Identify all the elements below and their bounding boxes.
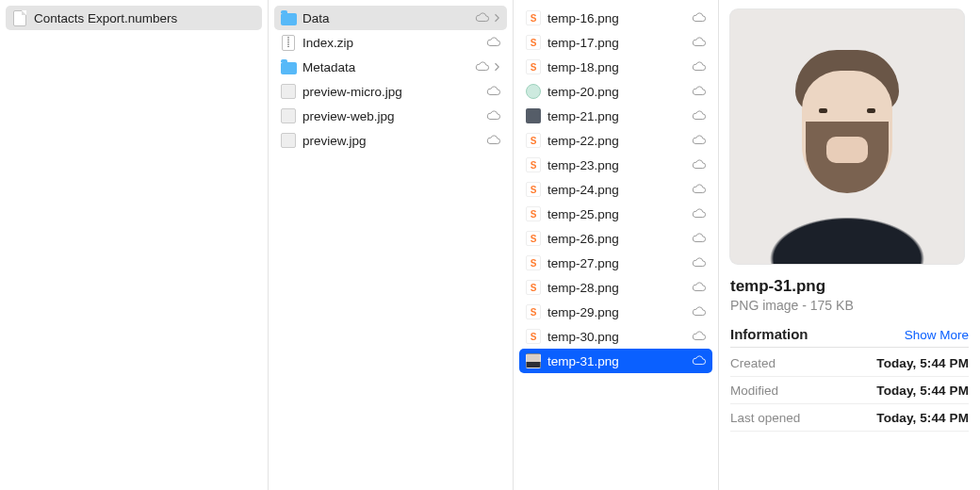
file-name: temp-26.png (547, 232, 690, 246)
info-value: Today, 5:44 PM (876, 356, 969, 370)
file-name: temp-30.png (547, 330, 690, 344)
info-row: Last openedToday, 5:44 PM (730, 404, 969, 432)
file-name: Contacts Export.numbers (34, 11, 256, 25)
file-row[interactable]: Stemp-28.png (519, 275, 712, 300)
file-row[interactable]: Stemp-29.png (519, 300, 712, 324)
file-name: temp-18.png (547, 60, 690, 74)
file-name: Metadata (302, 60, 473, 74)
thumbnail-icon: S (525, 9, 542, 26)
file-name: temp-27.png (547, 256, 690, 270)
cloud-status-icon (690, 61, 707, 73)
thumbnail-icon: S (525, 303, 542, 320)
file-name: temp-21.png (547, 109, 690, 123)
cloud-status-icon (690, 110, 707, 122)
preview-filename: temp-31.png (730, 277, 969, 296)
chevron-right-icon (492, 62, 501, 72)
file-name: temp-22.png (547, 134, 690, 148)
cloud-status-icon (690, 37, 707, 48)
cloud-status-icon (484, 86, 501, 97)
column-1[interactable]: Contacts Export.numbers (0, 0, 269, 490)
cloud-status-icon (690, 184, 707, 195)
file-row[interactable]: temp-20.png (519, 79, 712, 104)
info-value: Today, 5:44 PM (876, 384, 969, 398)
file-name: temp-25.png (547, 207, 690, 221)
cloud-status-icon (690, 159, 707, 171)
thumbnail-icon: S (525, 254, 542, 271)
file-row[interactable]: Stemp-24.png (519, 177, 712, 202)
file-row[interactable]: preview.jpg (274, 128, 507, 153)
info-row: ModifiedToday, 5:44 PM (730, 377, 969, 404)
file-name: temp-17.png (547, 36, 690, 50)
thumbnail-icon: S (525, 230, 542, 247)
file-name: preview-micro.jpg (302, 85, 484, 99)
thumbnail-icon (525, 352, 542, 369)
file-row[interactable]: Index.zip (274, 30, 507, 55)
file-name: preview.jpg (302, 134, 484, 148)
cloud-status-icon (484, 37, 501, 48)
info-key: Modified (730, 384, 778, 398)
cloud-status-icon (690, 257, 707, 269)
file-row[interactable]: Stemp-25.png (519, 202, 712, 226)
show-more-link[interactable]: Show More (905, 328, 969, 342)
thumbnail-icon (525, 107, 542, 124)
file-name: temp-24.png (547, 183, 690, 197)
file-row[interactable]: Stemp-30.png (519, 324, 712, 349)
thumbnail-icon: S (525, 279, 542, 296)
file-row[interactable]: Stemp-27.png (519, 251, 712, 275)
info-row: CreatedToday, 5:44 PM (730, 350, 969, 377)
cloud-status-icon (690, 208, 707, 220)
file-name: Data (302, 11, 473, 25)
chevron-right-icon (492, 13, 501, 23)
cloud-status-icon (473, 61, 490, 73)
cloud-status-icon (690, 86, 707, 97)
thumbnail-icon: S (525, 58, 542, 75)
cloud-status-icon (690, 135, 707, 146)
thumbnail-icon: S (525, 132, 542, 149)
column-2[interactable]: DataIndex.zipMetadatapreview-micro.jpgpr… (269, 0, 514, 490)
thumbnail-icon: S (525, 328, 542, 345)
file-row[interactable]: temp-31.png (519, 349, 712, 373)
file-row[interactable]: Stemp-23.png (519, 153, 712, 177)
image-icon (280, 132, 297, 149)
file-row[interactable]: preview-web.jpg (274, 104, 507, 128)
cloud-status-icon (690, 12, 707, 24)
file-row[interactable]: Stemp-17.png (519, 30, 712, 55)
cloud-status-icon (484, 110, 501, 122)
image-icon (280, 107, 297, 124)
file-row[interactable]: Stemp-18.png (519, 55, 712, 79)
preview-pane: temp-31.png PNG image - 175 KB Informati… (719, 0, 980, 490)
document-icon (11, 9, 28, 26)
folder-icon (280, 9, 297, 26)
file-row[interactable]: Data (274, 6, 507, 30)
preview-thumbnail[interactable] (730, 9, 964, 264)
cloud-status-icon (484, 135, 501, 146)
file-row[interactable]: Contacts Export.numbers (6, 6, 262, 30)
info-header: Information (730, 326, 808, 342)
file-row[interactable]: preview-micro.jpg (274, 79, 507, 104)
cloud-status-icon (473, 12, 490, 24)
file-name: temp-16.png (547, 11, 690, 25)
file-name: preview-web.jpg (302, 109, 484, 123)
column-3[interactable]: Stemp-16.pngStemp-17.pngStemp-18.pngtemp… (514, 0, 719, 490)
cloud-status-icon (690, 331, 707, 342)
cloud-status-icon (690, 233, 707, 244)
info-key: Created (730, 356, 776, 370)
cloud-status-icon (690, 355, 707, 367)
file-row[interactable]: Stemp-26.png (519, 226, 712, 251)
file-row[interactable]: Stemp-16.png (519, 6, 712, 30)
file-name: temp-20.png (547, 85, 690, 99)
zip-icon (280, 34, 297, 51)
thumbnail-icon: S (525, 156, 542, 173)
file-name: Index.zip (302, 36, 484, 50)
file-name: temp-29.png (547, 305, 690, 319)
file-row[interactable]: Metadata (274, 55, 507, 79)
folder-icon (280, 58, 297, 75)
cloud-status-icon (690, 282, 707, 293)
file-row[interactable]: temp-21.png (519, 104, 712, 128)
info-value: Today, 5:44 PM (876, 411, 969, 425)
file-row[interactable]: Stemp-22.png (519, 128, 712, 153)
file-name: temp-31.png (547, 354, 690, 368)
thumbnail-icon: S (525, 181, 542, 198)
cloud-status-icon (690, 306, 707, 318)
info-key: Last opened (730, 411, 800, 425)
